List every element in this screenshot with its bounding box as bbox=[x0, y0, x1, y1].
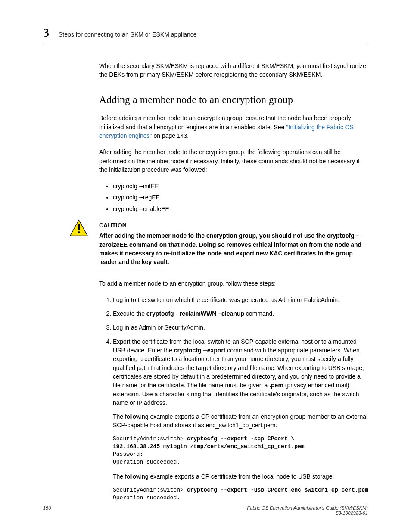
step-text: Log in as Admin or SecurityAdmin. bbox=[113, 323, 368, 332]
prompt: SecurityAdmin:switch> bbox=[113, 487, 187, 493]
section-heading: Adding a member node to an encryption gr… bbox=[99, 92, 368, 107]
step-item: Export the certificate from the local sw… bbox=[113, 337, 368, 502]
code-block: SecurityAdmin:switch> cryptocfg --export… bbox=[113, 435, 368, 467]
step-item: Log in to the switch on which the certif… bbox=[113, 296, 368, 304]
list-item: cryptocfg --regEE bbox=[113, 193, 368, 202]
header-title: Steps for connecting to an SKM or ESKM a… bbox=[59, 31, 197, 38]
steps-intro: To add a member node to an encryption gr… bbox=[99, 279, 368, 288]
example-intro: The following example exports a CP certi… bbox=[113, 412, 368, 430]
page-footer: 150 Fabric OS Encryption Administrator's… bbox=[43, 505, 368, 516]
page-header: 3 Steps for connecting to an SKM or ESKM… bbox=[43, 26, 368, 40]
example-intro: The following example exports a CP certi… bbox=[113, 472, 368, 481]
svg-rect-1 bbox=[78, 224, 80, 230]
paragraph-1: Before adding a member node to an encryp… bbox=[99, 114, 368, 140]
code-command: cryptocfg --export -usb CPcert enc_switc… bbox=[187, 487, 368, 493]
caution-label: CAUTION bbox=[99, 221, 368, 230]
command-text: cryptocfg --export bbox=[174, 347, 226, 354]
doc-number: 53-1002923-01 bbox=[336, 510, 368, 516]
caution-body: After adding the member node to the encr… bbox=[99, 231, 368, 266]
main-content: When the secondary SKM/ESKM is replaced … bbox=[99, 62, 368, 502]
caution-block: CAUTION After adding the member node to … bbox=[73, 221, 368, 271]
prompt: SecurityAdmin:switch> bbox=[113, 436, 187, 442]
command-text: cryptocfg --reclaimWWN –cleanup bbox=[146, 310, 244, 317]
list-item: cryptocfg --enableEE bbox=[113, 205, 368, 213]
code-block: SecurityAdmin:switch> cryptocfg --export… bbox=[113, 486, 368, 502]
svg-rect-2 bbox=[78, 231, 80, 233]
list-item: cryptocfg --initEE bbox=[113, 182, 368, 190]
command-list: cryptocfg --initEE cryptocfg --regEE cry… bbox=[99, 182, 368, 213]
step-text: Execute the cryptocfg --reclaimWWN –clea… bbox=[113, 309, 368, 318]
doc-title: Fabric OS Encryption Administrator's Gui… bbox=[247, 505, 368, 510]
caution-icon bbox=[69, 218, 89, 238]
intro-paragraph: When the secondary SKM/ESKM is replaced … bbox=[99, 62, 368, 79]
steps-list: Log in to the switch on which the certif… bbox=[99, 296, 368, 502]
chapter-number: 3 bbox=[43, 26, 49, 40]
header-rule bbox=[43, 44, 368, 44]
step-item: Log in as Admin or SecurityAdmin. bbox=[113, 323, 368, 332]
step-text: Export the certificate from the local sw… bbox=[113, 337, 368, 407]
caution-rule bbox=[99, 271, 172, 271]
extension-text: .pem bbox=[269, 382, 283, 389]
page-number: 150 bbox=[43, 505, 51, 510]
paragraph-2: After adding the member node to the encr… bbox=[99, 148, 368, 174]
code-output: Operation succeeded. bbox=[113, 495, 180, 501]
code-output: Password: Operation succeeded. bbox=[113, 451, 180, 465]
doc-info: Fabric OS Encryption Administrator's Gui… bbox=[247, 505, 368, 516]
step-text: Log in to the switch on which the certif… bbox=[113, 296, 368, 304]
paragraph-1b: on page 143. bbox=[152, 132, 189, 139]
step-item: Execute the cryptocfg --reclaimWWN –clea… bbox=[113, 309, 368, 318]
